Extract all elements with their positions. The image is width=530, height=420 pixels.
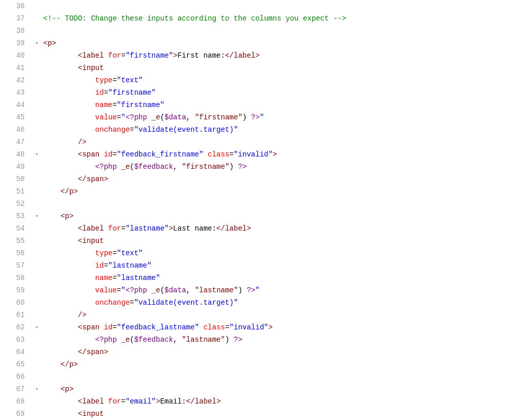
- c-text-token: Last name:: [173, 222, 216, 235]
- c-indent-token: [43, 284, 95, 296]
- c-indent-token: [43, 136, 78, 148]
- c-tag-bracket-token: </: [78, 173, 87, 185]
- c-indent-token: [43, 408, 78, 420]
- c-attr-token: type: [95, 247, 113, 259]
- line-number: 44: [4, 99, 25, 111]
- code-line: </span>: [35, 173, 530, 185]
- c-indent-token: [43, 259, 95, 272]
- c-punct-token: =: [112, 321, 116, 334]
- c-punct-token: =: [117, 284, 121, 296]
- c-attr-token: id: [95, 86, 104, 99]
- code-line: />: [35, 309, 530, 321]
- line-number: 66: [4, 371, 25, 383]
- c-tag-bracket-token: <: [78, 321, 82, 334]
- c-php-tag-token: <?php: [126, 111, 147, 124]
- c-attr-val-token: ": [121, 284, 125, 296]
- code-line: ▾<p>: [35, 37, 530, 49]
- code-line: <label for="firstname">First name:</labe…: [35, 49, 530, 62]
- c-attr-token: type: [95, 74, 113, 86]
- code-line: <input: [35, 408, 530, 420]
- c-tag-token: input: [82, 62, 104, 74]
- code-line: <?php _e($feedback, "lastname") ?>: [35, 334, 530, 346]
- code-line: <label for="email">Email:</label>: [35, 395, 530, 408]
- c-php-var-token: $feedback: [134, 334, 173, 346]
- c-tag-bracket-token: </: [78, 346, 87, 358]
- line-number: 42: [4, 74, 25, 86]
- line-number: 53: [4, 210, 25, 222]
- c-punct-token: =: [104, 259, 108, 272]
- c-php-string-token: "firstname": [182, 161, 229, 173]
- line-number: 65: [4, 358, 25, 371]
- code-content[interactable]: <!-- TODO: Change these inputs according…: [31, 0, 530, 420]
- c-tag-bracket-token: <: [78, 408, 82, 420]
- c-tag-bracket-token: <: [78, 235, 82, 247]
- c-tag-bracket-token: </: [61, 185, 70, 198]
- c-tag-bracket-token: </: [186, 395, 195, 408]
- line-number: 37: [4, 12, 25, 25]
- code-line: ▾ <span id="feedback_lastname" class="in…: [35, 321, 530, 334]
- c-tag-bracket-token: />: [78, 136, 87, 148]
- code-line: name="lastname": [35, 272, 530, 284]
- code-line: name="firstname": [35, 99, 530, 111]
- line-number: 36: [4, 0, 25, 12]
- code-line: value="<?php _e($data, "firstname") ?>": [35, 111, 530, 124]
- c-text-token: [203, 148, 208, 161]
- c-punct-token: ,: [186, 284, 195, 296]
- c-text-token: Email:: [160, 395, 186, 408]
- c-tag-bracket-token: <: [61, 383, 65, 395]
- c-tag-bracket-token: >: [69, 383, 73, 395]
- fold-indicator[interactable]: ▾: [35, 321, 43, 334]
- code-editor: 3637383940414243444546474849505152535455…: [0, 0, 530, 420]
- c-punct-token: =: [130, 124, 134, 136]
- c-php-tag-token: ?>: [234, 334, 243, 346]
- fold-indicator[interactable]: ▾: [35, 383, 43, 395]
- line-number: 60: [4, 296, 25, 309]
- c-tag-bracket-token: </: [216, 222, 225, 235]
- c-punct-token: =: [229, 148, 233, 161]
- c-tag-bracket-token: >: [104, 346, 108, 358]
- line-number: 59: [4, 284, 25, 296]
- c-tag-bracket-token: <: [78, 222, 82, 235]
- c-indent-token: [43, 86, 95, 99]
- c-attr-token: name: [95, 272, 113, 284]
- fold-indicator[interactable]: ▾: [35, 148, 43, 161]
- c-attr-token: class: [208, 148, 229, 161]
- c-indent-token: [43, 247, 95, 259]
- code-line: <!-- TODO: Change these inputs according…: [35, 12, 530, 25]
- c-attr-token: for: [108, 395, 121, 408]
- line-number: 56: [4, 247, 25, 259]
- c-tag-bracket-token: </: [225, 49, 234, 62]
- c-indent-token: [43, 74, 95, 86]
- c-attr-val-token: "firstname": [126, 49, 173, 62]
- line-number: 46: [4, 124, 25, 136]
- code-line: id="firstname": [35, 86, 530, 99]
- c-attr-token: for: [108, 222, 121, 235]
- c-indent-token: [43, 99, 95, 111]
- c-tag-token: label: [82, 222, 108, 235]
- c-indent-token: [43, 210, 61, 222]
- code-line: </p>: [35, 358, 530, 371]
- code-line: onchange="validate(event.target)": [35, 124, 530, 136]
- c-indent-token: [43, 358, 61, 371]
- c-indent-token: [43, 111, 95, 124]
- c-attr-token: class: [203, 321, 225, 334]
- fold-indicator[interactable]: ▾: [35, 37, 43, 49]
- c-text-token: [147, 111, 151, 124]
- c-indent-token: [43, 62, 78, 74]
- c-indent-token: [43, 272, 95, 284]
- line-number: 47: [4, 136, 25, 148]
- fold-indicator[interactable]: ▾: [35, 210, 43, 222]
- c-tag-bracket-token: <: [78, 148, 82, 161]
- code-line: ▾ <p>: [35, 383, 530, 395]
- code-line: <input: [35, 62, 530, 74]
- c-php-var-token: $data: [164, 111, 186, 124]
- c-tag-bracket-token: >: [216, 395, 220, 408]
- c-punct-token: ,: [186, 111, 195, 124]
- c-indent-token: [43, 383, 61, 395]
- c-indent-token: [43, 173, 78, 185]
- line-number: 63: [4, 334, 25, 346]
- c-punct-token: =: [121, 222, 125, 235]
- line-number: 39: [4, 37, 25, 49]
- line-number: 50: [4, 173, 25, 185]
- c-text-token: First name:: [178, 49, 225, 62]
